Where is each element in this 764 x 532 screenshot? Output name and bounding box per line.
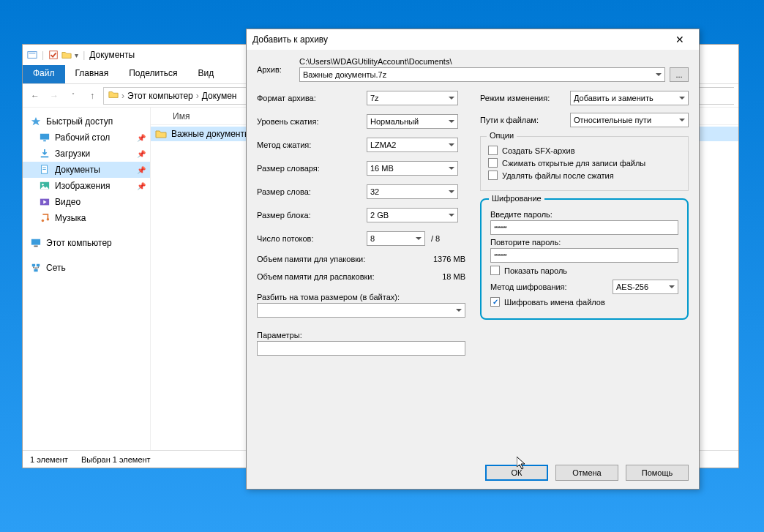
enc-method-combo[interactable]: AES-256 [613,280,678,294]
qat-overflow[interactable]: ▾ [75,51,78,59]
pin-icon: 📌 [137,166,146,174]
forward-arrow-icon[interactable]: → [46,88,62,104]
qat-folder-icon[interactable] [61,50,72,60]
split-combo[interactable] [257,303,465,318]
sidebar-label: Видео [55,197,80,207]
breadcrumb-current[interactable]: Докумен [202,91,237,101]
show-password-label: Показать пароль [504,266,567,275]
sidebar-thispc[interactable]: Этот компьютер [23,235,150,251]
left-column: Формат архива:7z Уровень сжатия:Нормальн… [257,91,465,357]
word-label: Размер слова: [257,187,367,196]
sidebar-label: Быстрый доступ [46,116,113,127]
password-input[interactable]: ******** [490,220,678,235]
mempack-label: Объем памяти для упаковки: [257,255,422,263]
svg-rect-14 [31,239,40,245]
delete-checkbox[interactable] [488,171,498,180]
archive-path: C:\Users\WDAGUtilityAccount\Documents\ [299,57,689,66]
status-selection: Выбран 1 элемент [81,455,151,464]
password-repeat-input[interactable]: ******** [490,248,678,263]
folder-icon [27,50,37,60]
svg-point-13 [47,218,50,221]
cancel-button[interactable]: Отмена [555,465,618,481]
block-combo[interactable]: 2 GB [367,208,458,222]
method-label: Метод сжатия: [257,141,367,149]
split-label: Разбить на тома размером (в байтах): [257,293,465,301]
params-input[interactable] [257,341,465,356]
format-combo[interactable]: 7z [367,91,458,105]
dialog-titlebar: Добавить к архиву ✕ [247,29,699,50]
options-legend: Опции [487,131,517,140]
recent-dropdown-icon[interactable]: ˅ [65,88,81,104]
separator: | [83,50,85,60]
browse-button[interactable]: ... [670,67,689,82]
close-button[interactable]: ✕ [667,29,693,50]
star-icon [30,116,42,127]
password-repeat-label: Повторите пароль: [490,238,678,247]
sfx-checkbox[interactable] [488,146,498,155]
sidebar-item-documents[interactable]: Документы📌 [23,162,150,178]
pin-icon: 📌 [137,182,146,190]
network-icon [30,262,42,274]
status-count: 1 элемент [30,455,68,464]
sidebar-item-pictures[interactable]: Изображения📌 [23,178,150,194]
word-combo[interactable]: 32 [367,184,458,199]
show-password-checkbox[interactable] [490,266,500,275]
archive-label: Архив: [257,65,292,74]
help-button[interactable]: Помощь [626,465,689,481]
sidebar-quick-access[interactable]: Быстрый доступ [23,113,150,130]
shared-label: Сжимать открытые для записи файлы [502,159,645,168]
back-arrow-icon[interactable]: ← [27,88,43,104]
encrypt-names-label: Шифровать имена файлов [504,298,605,307]
svg-rect-5 [41,157,49,158]
sidebar-label: Загрузки [55,149,90,159]
up-arrow-icon[interactable]: ↑ [84,88,100,104]
sidebar-label: Этот компьютер [46,238,112,248]
ribbon-tab-home[interactable]: Главная [65,65,119,83]
sidebar-network[interactable]: Сеть [23,260,150,276]
svg-rect-2 [50,51,58,59]
svg-rect-4 [43,141,46,142]
threads-label: Число потоков: [257,234,367,243]
ribbon-tab-view[interactable]: Вид [187,65,224,83]
level-label: Уровень сжатия: [257,117,367,126]
svg-rect-3 [40,134,49,140]
sidebar-item-videos[interactable]: Видео [23,194,150,210]
pathmode-combo[interactable]: Относительные пути [570,113,689,127]
ribbon-tab-file[interactable]: Файл [23,65,65,83]
shared-checkbox[interactable] [488,158,498,168]
sidebar-item-music[interactable]: Музыка [23,210,150,226]
sidebar-item-downloads[interactable]: Загрузки📌 [23,146,150,162]
sidebar-label: Изображения [55,181,110,191]
ribbon-tab-share[interactable]: Поделиться [119,65,187,83]
archive-name-combo[interactable]: Важные документы.7z [299,67,665,82]
encrypt-names-checkbox[interactable] [490,297,500,307]
window-title: Документы [89,50,135,60]
enc-method-label: Метод шифрования: [490,282,567,291]
breadcrumb-thispc[interactable]: Этот компьютер [127,91,193,101]
checkbox-icon[interactable] [48,50,59,60]
chevron-right-icon[interactable]: › [121,91,124,101]
ok-button[interactable]: ОК [485,465,548,481]
chevron-right-icon[interactable]: › [196,91,199,101]
dialog-buttons: ОК Отмена Помощь [247,457,699,489]
svg-rect-0 [28,52,37,59]
memunpack-value: 18 MB [422,272,465,281]
svg-rect-16 [32,264,35,267]
download-icon [39,148,50,160]
video-icon [39,196,50,208]
mempack-value: 1376 MB [422,255,465,263]
format-label: Формат архива: [257,94,367,102]
dialog-title: Добавить к архиву [252,34,328,45]
level-combo[interactable]: Нормальный [367,114,458,129]
options-group: Опции Создать SFX-архив Сжимать открытые… [480,136,689,191]
dict-combo[interactable]: 16 MB [367,161,458,176]
update-combo[interactable]: Добавить и заменить [570,91,689,105]
method-combo[interactable]: LZMA2 [367,138,458,152]
encryption-group: Шифрование Введите пароль: ******** Повт… [480,198,689,320]
sfx-label: Создать SFX-архив [502,146,575,155]
folder-icon [155,128,167,140]
sidebar-item-desktop[interactable]: Рабочий стол📌 [23,130,150,146]
threads-max: / 8 [431,234,440,243]
sidebar-label: Музыка [55,213,86,223]
threads-combo[interactable]: 8 [367,231,425,246]
